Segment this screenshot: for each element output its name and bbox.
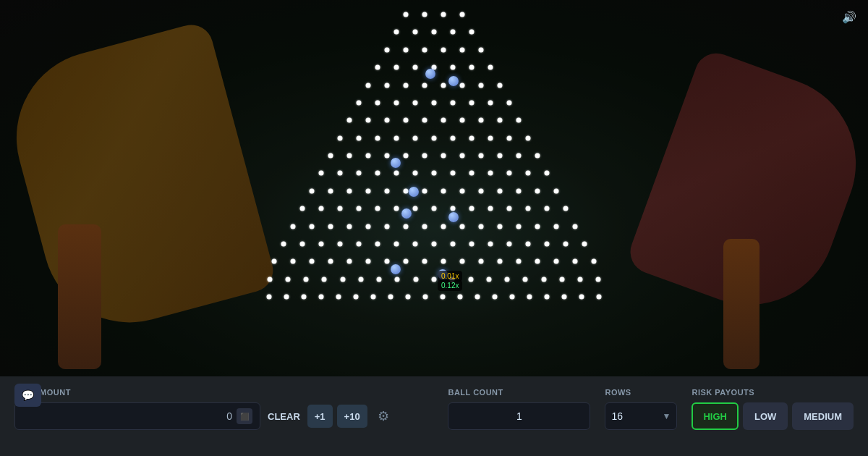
- plinko-dot: [394, 171, 399, 176]
- plinko-dot: [422, 153, 427, 159]
- plus1-button[interactable]: +1: [307, 405, 333, 428]
- plinko-ball: [448, 212, 459, 222]
- plinko-dot: [535, 259, 540, 264]
- plinko-dot: [526, 171, 531, 176]
- plinko-dot: [493, 295, 498, 300]
- plinko-dot: [498, 83, 503, 88]
- score-label: 0.12x: [438, 280, 462, 291]
- plinko-dot: [385, 224, 390, 229]
- plinko-dot: [545, 206, 550, 211]
- bet-controls: 0 ⬛ CLEAR +1 +10 ⚙: [14, 402, 433, 430]
- plinko-dot: [563, 241, 569, 246]
- currency-icon[interactable]: ⬛: [237, 408, 252, 424]
- plinko-dot: [507, 206, 512, 211]
- plinko-dot: [469, 206, 475, 211]
- rows-section: ROWS 16 ▼: [605, 388, 677, 430]
- plinko-dot: [479, 153, 484, 159]
- ball-count-input[interactable]: [448, 402, 590, 430]
- plinko-dot: [451, 65, 456, 70]
- plinko-dot: [441, 188, 446, 193]
- plinko-dot: [597, 295, 602, 300]
- plinko-dot: [366, 224, 371, 229]
- rows-select[interactable]: 16 ▼: [605, 402, 677, 430]
- plinko-dot: [404, 83, 409, 88]
- plinko-dot: [479, 47, 484, 52]
- plinko-dot: [422, 259, 427, 264]
- plinko-dot: [582, 241, 587, 246]
- plinko-dot: [469, 241, 475, 246]
- plinko-dot: [479, 118, 484, 123]
- plinko-ball: [448, 76, 459, 86]
- plinko-dot: [302, 295, 307, 300]
- plinko-dot: [328, 153, 333, 159]
- plinko-dot: [441, 153, 446, 159]
- plinko-dot: [357, 135, 362, 140]
- plinko-dot: [460, 224, 465, 229]
- risk-btn-high[interactable]: HIGH: [692, 402, 739, 430]
- plinko-dot: [357, 206, 362, 211]
- sound-icon[interactable]: 🔊: [842, 10, 856, 24]
- plinko-dot: [422, 12, 427, 17]
- plinko-dot: [469, 100, 475, 105]
- plinko-dot: [526, 241, 531, 246]
- plinko-dot: [377, 276, 382, 282]
- plinko-dot: [545, 295, 550, 300]
- plinko-dot: [460, 83, 465, 88]
- plinko-dot: [451, 241, 456, 246]
- plinko-dot: [338, 206, 343, 211]
- plinko-dot: [545, 171, 550, 176]
- clear-button[interactable]: CLEAR: [265, 407, 303, 426]
- plinko-dot: [385, 47, 390, 52]
- risk-payouts-label: RISK PAYOUTS: [692, 388, 854, 397]
- plinko-dot: [507, 100, 512, 105]
- plinko-dot: [366, 118, 371, 123]
- plinko-dot: [592, 259, 597, 264]
- plinko-dot: [488, 241, 493, 246]
- plinko-dot: [394, 241, 399, 246]
- rows-label: ROWS: [605, 388, 677, 397]
- plinko-dot: [347, 259, 352, 264]
- plinko-dot: [347, 118, 352, 123]
- plinko-dot: [358, 276, 363, 282]
- plinko-ball: [401, 208, 412, 219]
- plinko-dot: [394, 65, 399, 70]
- plinko-dot: [507, 171, 512, 176]
- plinko-dot: [304, 276, 309, 282]
- plinko-dot: [404, 259, 409, 264]
- risk-payouts-section: RISK PAYOUTS HIGHLOWMEDIUM: [692, 388, 854, 430]
- plinko-dot: [310, 188, 315, 193]
- risk-buttons: HIGHLOWMEDIUM: [692, 402, 854, 430]
- plinko-dot: [451, 206, 456, 211]
- plinko-dot: [375, 65, 380, 70]
- plinko-dot: [441, 83, 446, 88]
- plinko-dot: [488, 135, 493, 140]
- settings-button[interactable]: ⚙: [372, 408, 395, 424]
- plinko-dot: [507, 241, 512, 246]
- plinko-dot: [451, 30, 456, 35]
- plinko-dot: [394, 100, 399, 105]
- plinko-dot: [460, 118, 465, 123]
- plinko-dot: [498, 188, 503, 193]
- ball-count-label: BALL COUNT: [448, 388, 590, 397]
- risk-btn-medium[interactable]: MEDIUM: [792, 402, 854, 430]
- plinko-dot: [432, 206, 437, 211]
- chat-button[interactable]: 💬: [14, 384, 41, 407]
- plinko-dot: [422, 224, 427, 229]
- risk-btn-low[interactable]: LOW: [743, 402, 788, 430]
- plinko-dot: [267, 276, 272, 282]
- plinko-dot: [375, 135, 380, 140]
- plinko-dot: [469, 171, 475, 176]
- plinko-dot: [523, 276, 528, 282]
- plinko-dot: [357, 100, 362, 105]
- plinko-dot: [432, 30, 437, 35]
- plinko-dot: [354, 295, 359, 300]
- plinko-dot: [469, 65, 475, 70]
- plinko-dot: [441, 224, 446, 229]
- plinko-dot: [498, 224, 503, 229]
- plinko-dot: [422, 188, 427, 193]
- plinko-dot: [404, 224, 409, 229]
- plinko-dot: [498, 118, 503, 123]
- plus10-button[interactable]: +10: [337, 405, 367, 428]
- plinko-dot: [357, 171, 362, 176]
- plinko-dot: [319, 171, 324, 176]
